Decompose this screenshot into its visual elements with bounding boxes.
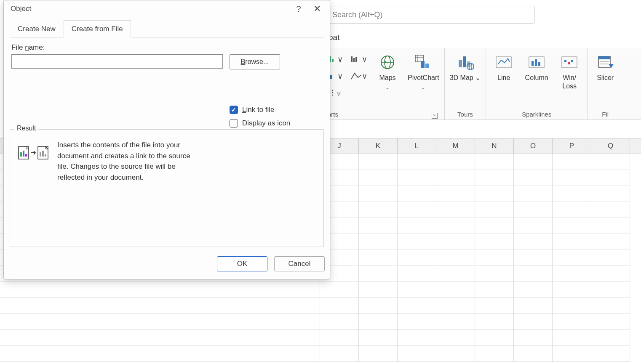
- dialog-titlebar: Object ? ✕: [4, 0, 330, 17]
- svg-rect-15: [425, 64, 429, 68]
- chart-type-dropdown-5[interactable]: ∨: [350, 70, 367, 82]
- object-dialog: Object ? ✕ Create New Create from File F…: [3, 0, 330, 279]
- dialog-body: Create New Create from File File name: B…: [4, 17, 330, 250]
- result-fieldset: Result Inserts the contents of the file …: [10, 129, 324, 247]
- svg-rect-11: [415, 55, 424, 62]
- 3d-map-icon: [456, 53, 474, 71]
- svg-rect-27: [564, 60, 566, 62]
- sparklines-group-label: Sparklines: [522, 109, 551, 119]
- sparkline-column-label: Column: [525, 74, 548, 82]
- col-header[interactable]: L: [398, 138, 436, 154]
- file-name-input[interactable]: [11, 54, 223, 69]
- checkbox-unchecked-icon: [230, 119, 238, 128]
- svg-rect-6: [353, 58, 355, 62]
- col-header[interactable]: P: [553, 138, 591, 154]
- browse-button[interactable]: Browse...: [230, 54, 280, 69]
- pivotchart-icon: [414, 53, 432, 71]
- tab-create-from-file[interactable]: Create from File: [64, 20, 131, 37]
- maps-label: Maps: [379, 74, 395, 82]
- svg-rect-16: [459, 60, 462, 67]
- 3d-map-label: 3D Map ⌄: [450, 74, 481, 82]
- svg-rect-24: [535, 59, 537, 66]
- ribbon: ∨ ∨ ︙∨ ∨ ∨: [324, 48, 641, 120]
- chart-dropdowns-col-2: ∨ ∨: [350, 52, 367, 82]
- ok-button[interactable]: OK: [217, 256, 267, 271]
- svg-rect-2: [332, 59, 334, 62]
- close-button[interactable]: ✕: [308, 1, 326, 16]
- col-header[interactable]: K: [359, 138, 398, 154]
- dialog-title: Object: [11, 5, 31, 13]
- slicer-icon: [596, 53, 614, 71]
- close-icon: ✕: [313, 3, 321, 14]
- svg-rect-5: [351, 56, 353, 62]
- filters-group-label: Fil: [602, 109, 609, 119]
- sparkline-column-icon: [528, 53, 545, 71]
- ribbon-group-tours: 3D Map ⌄ Tours: [445, 48, 486, 120]
- pivotchart-button[interactable]: PivotChart ⌄: [408, 52, 439, 90]
- help-button[interactable]: ?: [289, 1, 308, 16]
- maps-button[interactable]: Maps ⌄: [375, 52, 400, 90]
- display-as-icon-label: Display as icon: [242, 119, 290, 128]
- dialog-tabs: Create New Create from File: [10, 20, 324, 37]
- svg-rect-7: [355, 57, 357, 62]
- pivotchart-label: PivotChart: [408, 74, 439, 82]
- ribbon-group-charts-partial: ∨ ∨ ︙∨ ∨ ∨: [324, 48, 445, 120]
- slicer-button[interactable]: Slicer: [593, 52, 618, 82]
- 3d-map-button[interactable]: 3D Map ⌄: [450, 52, 481, 82]
- svg-rect-28: [568, 62, 570, 64]
- col-header[interactable]: Q: [591, 138, 630, 154]
- file-name-label: File name:: [11, 43, 223, 52]
- sparkline-winloss-label: Win/ Loss: [562, 74, 577, 90]
- tours-group-label: Tours: [457, 109, 473, 119]
- svg-rect-25: [538, 62, 540, 66]
- svg-rect-36: [23, 151, 24, 157]
- ribbon-group-sparklines: Line Column Win/ Loss Sparklines: [486, 48, 588, 120]
- sparkline-line-icon: [495, 53, 513, 71]
- col-header[interactable]: N: [475, 138, 514, 154]
- tab-create-new[interactable]: Create New: [10, 20, 64, 37]
- link-to-file-label: Link to file: [242, 106, 275, 114]
- dialog-launcher-icon[interactable]: [432, 113, 438, 119]
- display-as-icon-checkbox-row[interactable]: Display as icon: [230, 119, 322, 128]
- svg-rect-31: [598, 56, 610, 59]
- svg-rect-35: [20, 152, 22, 157]
- sparkline-winloss-icon: [561, 53, 578, 71]
- slicer-label: Slicer: [597, 74, 614, 82]
- dialog-buttons: OK Cancel: [4, 250, 330, 279]
- cancel-button[interactable]: Cancel: [274, 256, 325, 271]
- search-placeholder: Search (Alt+Q): [332, 11, 383, 19]
- svg-rect-41: [45, 154, 46, 157]
- svg-rect-29: [571, 60, 573, 62]
- globe-icon: [379, 53, 396, 71]
- ribbon-group-filters-partial: Slicer Fil: [588, 48, 623, 120]
- result-legend: Result: [14, 125, 38, 132]
- svg-rect-14: [421, 61, 425, 68]
- result-icon: [18, 144, 48, 161]
- chart-type-dropdown-4[interactable]: ∨: [350, 53, 367, 65]
- link-to-file-checkbox-row[interactable]: Link to file: [230, 106, 322, 114]
- col-header[interactable]: M: [436, 138, 475, 154]
- search-input[interactable]: Search (Alt+Q): [329, 6, 535, 24]
- sparkline-column-button[interactable]: Column: [524, 52, 549, 82]
- sparkline-line-button[interactable]: Line: [491, 52, 516, 82]
- checkbox-checked-icon: [230, 106, 238, 114]
- sparkline-winloss-button[interactable]: Win/ Loss: [557, 52, 582, 90]
- svg-rect-17: [463, 56, 466, 67]
- result-text: Inserts the contents of the file into yo…: [57, 140, 192, 239]
- svg-rect-39: [40, 152, 41, 157]
- svg-rect-37: [25, 154, 27, 157]
- svg-rect-40: [42, 151, 44, 157]
- col-header[interactable]: O: [514, 138, 553, 154]
- sparkline-line-label: Line: [497, 74, 510, 82]
- svg-rect-23: [531, 61, 534, 66]
- form-area: File name: Browse... Link to file Displa…: [10, 37, 324, 128]
